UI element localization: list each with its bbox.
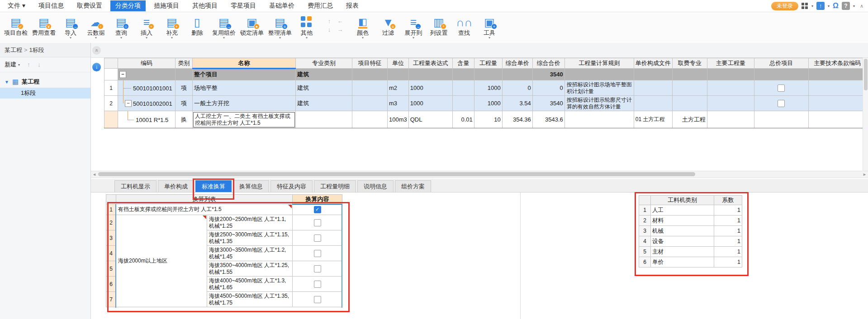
col-header-total_price[interactable]: 综合合价 [532,58,564,69]
cell-fee_major[interactable] [672,80,707,96]
cell-content_qty[interactable] [452,69,474,80]
cell-tech_code[interactable] [808,80,866,96]
cell-total_price[interactable]: 3540 [532,96,564,111]
apps-grid-icon[interactable] [802,3,808,9]
breadcrumb-project[interactable]: 某工程 [5,47,22,53]
cell-name[interactable]: 一般土方开挖 [193,96,296,111]
menu-item-费用汇总[interactable]: 费用汇总 [303,0,338,11]
conversion-content-cell[interactable] [293,277,342,292]
toolbar-expand-to-button[interactable]: ≡→展开到▾ [401,15,426,40]
cell-feature[interactable] [352,111,388,128]
cell-calc_rule[interactable]: 按招标设计图示场地平整面积计划计量 [564,80,634,96]
col-header-conversion-content[interactable]: 换算内容 [293,195,342,204]
tab-工程量明细[interactable]: 工程量明细 [314,180,356,192]
cell-qty_expr[interactable]: 1000 [408,96,452,111]
cell-total_price[interactable]: 3543.6 [532,111,564,128]
cell-main_qty[interactable] [707,111,754,128]
cell-feature[interactable] [352,96,388,111]
cell-name[interactable]: 人工挖土方 一、二类土 有挡土板支撑或挖桩间开挖土方时 人工*1.5 [193,111,296,128]
factor-value[interactable]: 1 [714,257,742,267]
toolbar-color-button[interactable]: ◧颜色▾ [350,15,375,40]
toolbar-supplement-button[interactable]: ▤+补充▾ [159,15,185,40]
cell-num[interactable] [104,111,118,128]
tree-node-section[interactable]: 1标段 [0,88,90,99]
conversion-content-cell[interactable] [293,261,342,277]
cell-fee_major[interactable]: 土方工程 [672,111,707,128]
factor-category[interactable]: 主材 [651,247,714,257]
conversion-content-cell[interactable] [293,230,342,246]
cell-main_qty[interactable] [707,96,754,111]
conversion-group-label[interactable]: 海拔2000m以上地区 [116,215,207,307]
apps-grid-dropdown-icon[interactable]: ▾ [811,4,813,8]
col-header-factor[interactable]: 系数 [714,196,742,205]
nudge-right-icon[interactable]: → [337,26,344,33]
cell-main_qty[interactable] [707,69,754,80]
col-header-tech_code[interactable]: 主要技术条款编码 [808,58,866,69]
tab-组价方案[interactable]: 组价方案 [395,180,431,192]
menu-item-零星项目[interactable]: 零星项目 [226,0,261,11]
toolbar-delete-button[interactable]: ▯删除 [185,15,210,40]
breadcrumb[interactable]: 某工程>1标段 [0,43,90,57]
col-header-total_item[interactable]: 总价项目 [754,58,808,69]
cell-unit[interactable]: m2 [388,80,409,96]
toolbar-find-button[interactable]: ∩∩查找 [451,15,477,40]
col-header-name[interactable]: 名称 [193,58,296,69]
toolbar-lock-list-button[interactable]: ▣●锁定清单 [238,15,266,40]
col-header-major[interactable]: 专业类别 [296,58,352,69]
cell-qty_expr[interactable]: 1000 [408,80,452,96]
conversion-checkbox[interactable] [314,265,321,272]
cell-total_item[interactable] [754,96,808,111]
cell-price_file[interactable] [634,96,672,111]
cell-feature[interactable] [352,69,388,80]
cell-name[interactable]: 整个项目 [193,69,296,80]
menu-item-取费设置[interactable]: 取费设置 [72,0,107,11]
cell-major[interactable] [296,111,352,128]
conversion-checkbox[interactable] [314,281,321,288]
locate-button[interactable]: ↓ [92,63,101,71]
menu-item-措施项目[interactable]: 措施项目 [149,0,184,11]
cell-major[interactable]: 建筑 [296,69,352,80]
col-header-category[interactable]: 类别 [175,58,193,69]
toolbar-filter-button[interactable]: ▼≡过滤 [375,15,401,40]
collapse-toggle-icon[interactable]: − [125,100,132,107]
conversion-checkbox[interactable] [314,219,321,226]
cell-price_file[interactable] [634,80,672,96]
nudge-left-icon[interactable]: ← [337,18,344,25]
cell-calc_rule[interactable] [564,69,634,80]
cell-category[interactable]: 换 [175,111,193,128]
toolbar-tools-button[interactable]: ▣+工具▾ [477,15,502,40]
cell-total_item[interactable] [754,111,808,128]
factor-value[interactable]: 1 [714,216,742,226]
toolbar-insert-button[interactable]: ≡+插入▾ [134,15,159,40]
toolbar-import-button[interactable]: ▤→导入▾ [58,15,83,40]
cell-content_qty[interactable] [452,96,474,111]
col-header-feature[interactable]: 项目特征 [352,58,388,69]
cell-qty_expr[interactable]: QDL [408,111,452,128]
boq-row-2[interactable]: 2−500101002001项一般土方开挖建筑m3100010003.54354… [104,96,867,111]
cell-feature[interactable] [352,80,388,96]
cell-code[interactable]: − [118,69,175,80]
col-header-calc_rule[interactable]: 工程量计算规则 [564,58,634,69]
conversion-content-cell[interactable] [293,215,342,230]
col-header-conversion-list[interactable]: 换算列表 [116,195,293,204]
move-up-icon[interactable]: ↑ [27,61,30,68]
col-header-main_qty[interactable]: 主要工程量 [707,58,754,69]
collapse-ribbon-icon[interactable]: ∧ [860,3,863,9]
conversion-content-cell[interactable] [293,292,342,307]
factor-category[interactable]: 单价 [651,257,714,267]
factor-category[interactable]: 设备 [651,236,714,247]
cell-unit_price[interactable]: 0 [502,80,532,96]
help-icon[interactable]: ? [842,2,850,10]
menu-item-报表[interactable]: 报表 [341,0,364,11]
toolbar-query-button[interactable]: ▤○查询▾ [109,15,134,40]
factor-row-人工[interactable]: 1人工1 [639,205,742,216]
cell-category[interactable]: 项 [175,80,193,96]
conversion-checkbox[interactable] [314,235,321,242]
conversion-checkbox[interactable] [314,250,321,257]
cell-tech_code[interactable] [808,111,866,128]
conversion-content-cell[interactable] [293,246,342,261]
menu-item-项目信息[interactable]: 项目信息 [33,0,69,11]
cell-code[interactable]: 500101001001 [118,80,175,96]
cell-unit_price[interactable]: 354.36 [502,111,532,128]
cell-content_qty[interactable] [452,80,474,96]
